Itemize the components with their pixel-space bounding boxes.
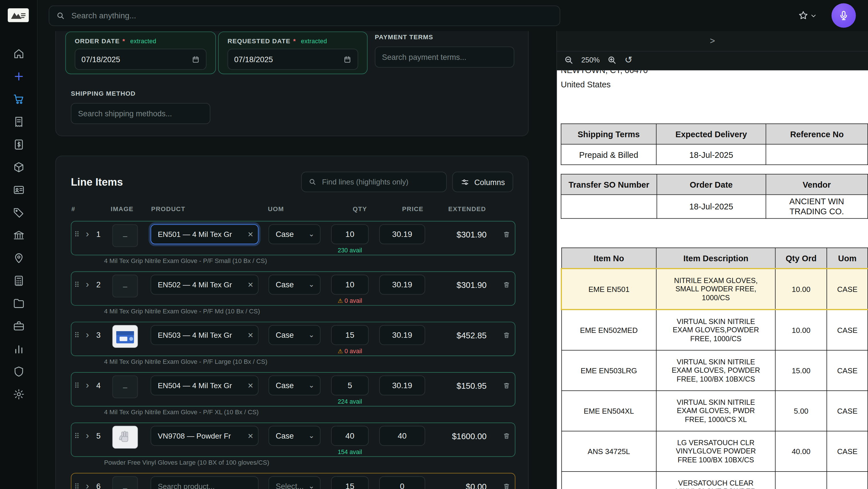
row-expand-chevron-icon[interactable]: ›	[86, 272, 89, 297]
find-lines-box[interactable]	[301, 172, 446, 192]
global-search[interactable]	[49, 5, 560, 26]
uom-select[interactable]: Case ⌄	[269, 325, 321, 345]
clear-product-icon[interactable]: ✕	[247, 280, 253, 289]
receipt-icon[interactable]	[12, 116, 25, 128]
reports-icon[interactable]	[12, 343, 25, 355]
columns-icon	[461, 178, 469, 186]
price-input[interactable]	[379, 426, 425, 446]
price-input[interactable]	[379, 375, 425, 396]
favorites-menu[interactable]	[798, 10, 817, 21]
home-icon[interactable]	[12, 48, 25, 60]
clear-product-icon[interactable]: ✕	[247, 381, 253, 390]
no-image-dash-icon: –	[123, 231, 127, 240]
product-select[interactable]: VN9708 — Powder Fr ✕	[151, 426, 258, 446]
drag-handle-icon[interactable]: ⠿	[74, 373, 79, 398]
qty-input[interactable]	[331, 325, 369, 345]
bank-icon[interactable]	[12, 229, 25, 242]
caret-down-icon: ⌄	[308, 383, 314, 388]
invoice-icon[interactable]	[12, 139, 25, 151]
clear-product-icon[interactable]: ✕	[247, 230, 253, 238]
drag-handle-icon[interactable]: ⠿	[74, 473, 79, 489]
extended-total: $0.00	[466, 473, 487, 489]
requested-date-field[interactable]: 07/18/2025	[228, 49, 358, 70]
delete-row-button[interactable]	[499, 378, 514, 393]
row-number: 6	[96, 473, 108, 489]
col-header-num: #	[71, 205, 75, 212]
row-expand-chevron-icon[interactable]: ›	[86, 322, 89, 348]
zoom-in-button[interactable]	[607, 55, 617, 65]
product-select[interactable]: EN501 — 4 Mil Tex Gr ✕	[151, 224, 258, 244]
extended-total: $301.90	[457, 272, 487, 297]
delete-row-button[interactable]	[499, 479, 514, 489]
price-input[interactable]	[379, 476, 425, 489]
price-input[interactable]	[379, 224, 425, 244]
folder-icon[interactable]	[12, 297, 25, 310]
caret-down-icon: ⌄	[308, 232, 314, 237]
drag-handle-icon[interactable]: ⠿	[74, 221, 79, 247]
uom-select[interactable]: Case ⌄	[269, 224, 321, 244]
col-header-qty: QTY	[337, 205, 367, 212]
location-icon[interactable]	[12, 252, 25, 265]
search-input[interactable]	[70, 10, 553, 21]
shield-icon[interactable]	[12, 366, 25, 378]
delete-row-button[interactable]	[499, 429, 514, 443]
settings-gear-icon[interactable]	[12, 388, 25, 400]
order-date-group: ORDER DATE * extracted 07/18/2025	[65, 32, 216, 74]
rotate-icon[interactable]: ↺	[625, 55, 632, 64]
order-date-label: ORDER DATE	[75, 37, 120, 44]
doc-cell	[766, 144, 868, 165]
line-item-row-5: ⠿ › 5 VN9708 — Powder Fr ✕ Case ⌄	[71, 423, 515, 457]
calculator-icon[interactable]	[12, 275, 25, 287]
delete-row-button[interactable]	[499, 277, 514, 292]
tag-icon[interactable]	[12, 207, 25, 219]
availability-badge: ⚠0 avail	[316, 348, 384, 354]
qty-input[interactable]	[331, 224, 369, 244]
item-caption: 4 Mil Tex Grip Nitrile Exam Glove - P/F …	[104, 358, 513, 365]
uom-select[interactable]: Select... ⌄	[269, 476, 321, 489]
drag-handle-icon[interactable]: ⠿	[74, 322, 79, 348]
clear-product-icon[interactable]: ✕	[247, 331, 253, 339]
briefcase-icon[interactable]	[12, 320, 25, 332]
qty-input[interactable]	[331, 426, 369, 446]
product-search-input[interactable]	[151, 476, 258, 489]
no-image-dash-icon: –	[123, 483, 127, 489]
price-input[interactable]	[379, 325, 425, 345]
drag-handle-icon[interactable]: ⠿	[74, 423, 79, 449]
doc-cell: EME EN501	[561, 269, 656, 310]
product-select[interactable]: EN502 — 4 Mil Tex Gr ✕	[151, 275, 258, 295]
zoom-out-button[interactable]	[564, 55, 574, 65]
uom-select[interactable]: Case ⌄	[269, 275, 321, 295]
uom-select[interactable]: Case ⌄	[269, 426, 321, 446]
delete-row-button[interactable]	[499, 227, 514, 242]
qty-input[interactable]	[331, 275, 369, 295]
drag-handle-icon[interactable]: ⠿	[74, 272, 79, 297]
product-select[interactable]: EN504 — 4 Mil Tex Gr ✕	[151, 375, 258, 396]
row-expand-chevron-icon[interactable]: ›	[86, 373, 89, 398]
price-input[interactable]	[379, 275, 425, 295]
package-icon[interactable]	[12, 161, 25, 174]
cart-icon[interactable]	[12, 93, 25, 105]
clear-product-icon[interactable]: ✕	[247, 432, 253, 440]
shipping-method-input[interactable]	[71, 103, 210, 124]
col-header-uom: UOM	[268, 205, 284, 212]
row-expand-chevron-icon[interactable]: ›	[86, 423, 89, 449]
product-select[interactable]: EN503 — 4 Mil Tex Gr ✕	[151, 325, 258, 345]
contacts-icon[interactable]	[12, 184, 25, 196]
create-new-icon[interactable]	[12, 70, 25, 83]
mic-icon	[838, 10, 849, 21]
voice-mic-button[interactable]	[832, 3, 856, 28]
order-date-field[interactable]: 07/18/2025	[75, 49, 207, 70]
doc-cell: EME EN504XL	[561, 391, 656, 431]
payment-terms-input[interactable]	[375, 47, 514, 67]
row-expand-chevron-icon[interactable]: ›	[86, 473, 89, 489]
columns-button[interactable]: Columns	[452, 172, 513, 192]
qty-input[interactable]	[331, 375, 369, 396]
qty-input[interactable]	[331, 476, 369, 489]
collapse-panel-chevron-icon[interactable]: >	[710, 37, 715, 45]
find-lines-input[interactable]	[321, 177, 440, 187]
doc-cell: 10.00	[775, 269, 827, 310]
doc-header-cell: Uom	[827, 248, 868, 268]
row-expand-chevron-icon[interactable]: ›	[86, 221, 89, 247]
uom-select[interactable]: Case ⌄	[269, 375, 321, 396]
delete-row-button[interactable]	[499, 328, 514, 342]
